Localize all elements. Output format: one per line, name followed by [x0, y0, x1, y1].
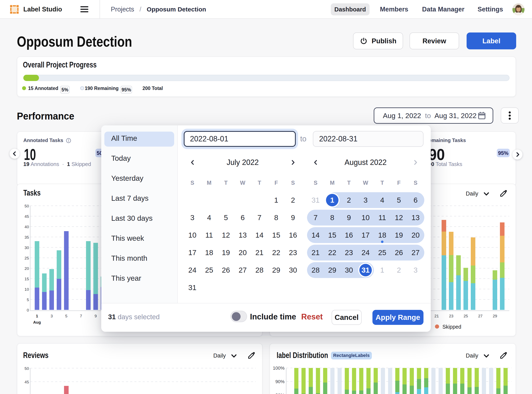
svg-text:30: 30	[25, 245, 29, 250]
svg-text:5: 5	[27, 298, 29, 302]
svg-text:20: 20	[25, 266, 29, 271]
svg-text:1: 1	[36, 314, 38, 318]
svg-text:35: 35	[25, 235, 29, 239]
svg-text:25: 25	[25, 256, 29, 260]
svg-text:80%: 80%	[275, 393, 285, 394]
svg-text:27: 27	[478, 314, 482, 318]
svg-text:45: 45	[25, 380, 29, 384]
svg-text:9: 9	[94, 314, 97, 318]
svg-text:40: 40	[25, 225, 29, 229]
svg-text:90%: 90%	[275, 379, 285, 384]
svg-text:100%: 100%	[273, 365, 285, 371]
svg-text:5: 5	[65, 314, 68, 318]
svg-text:50: 50	[25, 366, 29, 371]
svg-text:7: 7	[80, 314, 82, 318]
svg-text:25: 25	[464, 314, 468, 318]
svg-text:Aug: Aug	[33, 320, 41, 324]
svg-text:Skipped: Skipped	[443, 324, 461, 330]
svg-text:0: 0	[27, 308, 29, 312]
svg-text:21: 21	[434, 314, 439, 318]
svg-text:50: 50	[25, 204, 29, 208]
svg-text:10: 10	[25, 287, 29, 291]
svg-text:23: 23	[449, 314, 453, 318]
svg-text:3: 3	[51, 314, 53, 318]
svg-text:29: 29	[493, 314, 497, 318]
svg-text:45: 45	[25, 214, 29, 219]
svg-text:15: 15	[25, 277, 29, 281]
